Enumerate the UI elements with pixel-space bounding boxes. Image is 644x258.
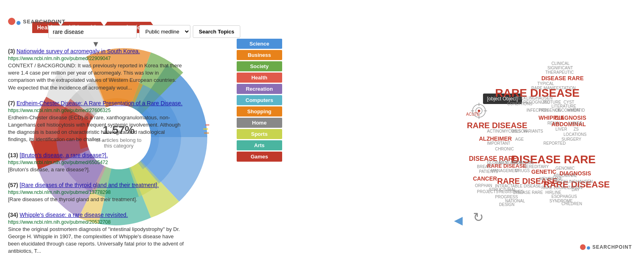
wc-recklinghausen-2[interactable]: RECKLINGHAUSEN bbox=[555, 179, 593, 184]
category-society[interactable]: Society bbox=[237, 61, 282, 71]
result-number-2: (7) bbox=[8, 100, 17, 106]
result-desc-4: [Rare diseases of the thyroid gland and … bbox=[8, 196, 185, 203]
category-list: Science Business Society Health Recreati… bbox=[237, 39, 282, 162]
category-arts[interactable]: Arts bbox=[237, 140, 282, 150]
category-business[interactable]: Business bbox=[237, 50, 282, 60]
wc-drugs[interactable]: DRUGS bbox=[515, 169, 530, 173]
wc-design[interactable]: DESIGN bbox=[499, 202, 514, 207]
bottom-dot-blue bbox=[587, 246, 590, 250]
category-shopping[interactable]: Shopping bbox=[237, 106, 282, 117]
word-cloud-panel: [object Object] RARE DISEASE DISEASE RAR… bbox=[463, 0, 644, 258]
wc-typical[interactable]: TYPICAL bbox=[537, 81, 554, 86]
wc-genetic[interactable]: GENETIC bbox=[531, 169, 556, 175]
logo-dot-blue-small bbox=[17, 21, 21, 25]
wc-liver[interactable]: LIVER bbox=[555, 127, 567, 131]
wc-significant[interactable]: SIGNIFICANT bbox=[547, 66, 573, 70]
wc-disease-rare-large[interactable]: DISEASE RARE bbox=[469, 155, 517, 162]
result-url-2: https://www.ncbi.nlm.nih.gov/pubmed/2760… bbox=[8, 108, 185, 113]
category-sports[interactable]: Sports bbox=[237, 129, 282, 139]
result-link-1[interactable]: Nationwide survey of acromegaly in South… bbox=[17, 48, 140, 54]
result-desc-2: Erdheim-Chester disease (ECD) is a rare,… bbox=[8, 114, 185, 144]
search-button[interactable]: Search Topics bbox=[193, 25, 240, 38]
wc-diagnosis-2[interactable]: DIAGNOSIS bbox=[559, 170, 591, 177]
target-icon bbox=[471, 103, 487, 119]
wc-therapeutic[interactable]: THERAPEUTIC bbox=[545, 70, 574, 75]
wc-esophagus[interactable]: ESOPHAGUS bbox=[551, 194, 577, 199]
logo-dot-red bbox=[8, 18, 15, 25]
reload-icon[interactable]: ↻ bbox=[473, 210, 484, 225]
logo-text: SEARCHPOINT bbox=[23, 19, 66, 25]
wc-surgery[interactable]: SURGERY bbox=[561, 137, 581, 141]
wc-chronic[interactable]: CHRONIC bbox=[495, 147, 514, 151]
wc-patients[interactable]: PATIENTS bbox=[479, 169, 498, 174]
bottom-logo-dots bbox=[580, 244, 590, 250]
wc-disease-rare-2[interactable]: DISEASE RARE bbox=[541, 75, 584, 81]
result-item-4: (57) [Rare diseases of the thyroid gland… bbox=[8, 181, 185, 203]
wc-rare-disease-medium[interactable]: RARE DISEASE bbox=[487, 163, 526, 169]
result-item-1: (3) Nationwide survey of acromegaly in S… bbox=[8, 48, 185, 92]
category-health[interactable]: Health bbox=[237, 73, 282, 83]
category-computers[interactable]: Computers bbox=[237, 95, 282, 105]
result-url-5: https://www.ncbi.nlm.nih.gov/pubmed/2053… bbox=[8, 219, 185, 225]
nav-left-arrow[interactable]: ◀ bbox=[454, 214, 463, 227]
category-games[interactable]: Games bbox=[237, 152, 282, 162]
source-select[interactable]: Public medline PubMed Medline Plus bbox=[139, 25, 190, 38]
wc-cyst[interactable]: CYST bbox=[564, 100, 574, 104]
wc-acute[interactable]: ACUTE bbox=[466, 112, 480, 117]
wc-rare-manifestation[interactable]: RARE MANIFESTATION bbox=[531, 86, 576, 90]
bottom-dot-red bbox=[580, 244, 586, 250]
result-url-4: https://www.ncbi.nlm.nih.gov/pubmed/1377… bbox=[8, 189, 185, 195]
result-url-1: https://www.ncbi.nlm.nih.gov/pubmed/2290… bbox=[8, 56, 185, 61]
wc-projects[interactable]: PROJECTS bbox=[477, 189, 498, 194]
search-input[interactable] bbox=[48, 25, 137, 38]
result-item-2: (7) Erdheim-Chester Disease: A Rare Pres… bbox=[8, 100, 185, 144]
bottom-logo: SEARCHPOINT bbox=[580, 244, 632, 250]
wc-variants[interactable]: VARIANTS bbox=[523, 129, 543, 133]
search-bar: Public medline PubMed Medline Plus Searc… bbox=[48, 25, 240, 38]
category-recreation[interactable]: Recreation bbox=[237, 84, 282, 94]
wc-day[interactable]: DAY bbox=[572, 187, 580, 192]
word-cloud-container: [object Object] RARE DISEASE DISEASE RAR… bbox=[463, 0, 644, 258]
category-home[interactable]: Home bbox=[237, 118, 282, 128]
wc-diagnosis-1[interactable]: DIAGNOSIS bbox=[555, 114, 586, 121]
result-number-4: (57) bbox=[8, 182, 20, 188]
wc-lungs[interactable]: LUNGS bbox=[568, 121, 582, 125]
result-link-4[interactable]: [Rare diseases of the thyroid gland and … bbox=[20, 182, 159, 188]
wc-cancer[interactable]: CANCER bbox=[473, 175, 497, 182]
result-item-5: (34) Whipple's disease: a rare disease r… bbox=[8, 211, 185, 255]
wc-reported[interactable]: REPORTED bbox=[543, 141, 566, 146]
wc-zs[interactable]: ZS bbox=[574, 127, 579, 131]
search-logo: SEARCHPOINT bbox=[8, 18, 66, 25]
result-link-2[interactable]: Erdheim-Chester Disease: A Rare Presenta… bbox=[17, 100, 182, 106]
result-url-3: https://www.ncbi.nlm.nih.gov/pubmed/6505… bbox=[8, 160, 185, 165]
wc-children[interactable]: CHILDREN bbox=[561, 202, 582, 206]
wc-important[interactable]: IMPORTANT bbox=[487, 141, 510, 146]
result-number-3: (13) bbox=[8, 152, 20, 158]
wc-infection[interactable]: INFECTION bbox=[526, 108, 548, 112]
result-link-5[interactable]: Whipple's disease: a rare disease revisi… bbox=[20, 212, 128, 218]
result-link-3[interactable]: [Bruton's disease, a rare disease?]. bbox=[20, 152, 108, 158]
result-desc-1: CONTEXT / BACKGROUND: It was previously … bbox=[8, 62, 185, 92]
result-number-1: (3) bbox=[8, 48, 17, 54]
category-science[interactable]: Science bbox=[237, 39, 282, 49]
logo-dots bbox=[8, 18, 21, 25]
wc-locations[interactable]: LOCATIONS bbox=[564, 132, 586, 137]
result-desc-5: Since the original postmortem diagnosis … bbox=[8, 226, 185, 255]
wc-clinical[interactable]: CLINICAL bbox=[551, 61, 570, 66]
bottom-logo-text: SEARCHPOINT bbox=[592, 244, 632, 250]
results-panel: (3) Nationwide survey of acromegaly in S… bbox=[8, 48, 185, 258]
wc-disease-rare-3[interactable]: DISEASE RARE bbox=[513, 190, 543, 195]
wc-age[interactable]: AGE bbox=[515, 137, 524, 141]
wc-hydatid[interactable]: HYDATID bbox=[568, 108, 585, 112]
result-desc-3: [Bruton's disease, a rare disease?]. bbox=[8, 166, 185, 173]
result-item-3: (13) [Bruton's disease, a rare disease?]… bbox=[8, 152, 185, 173]
result-number-5: (34) bbox=[8, 212, 20, 218]
